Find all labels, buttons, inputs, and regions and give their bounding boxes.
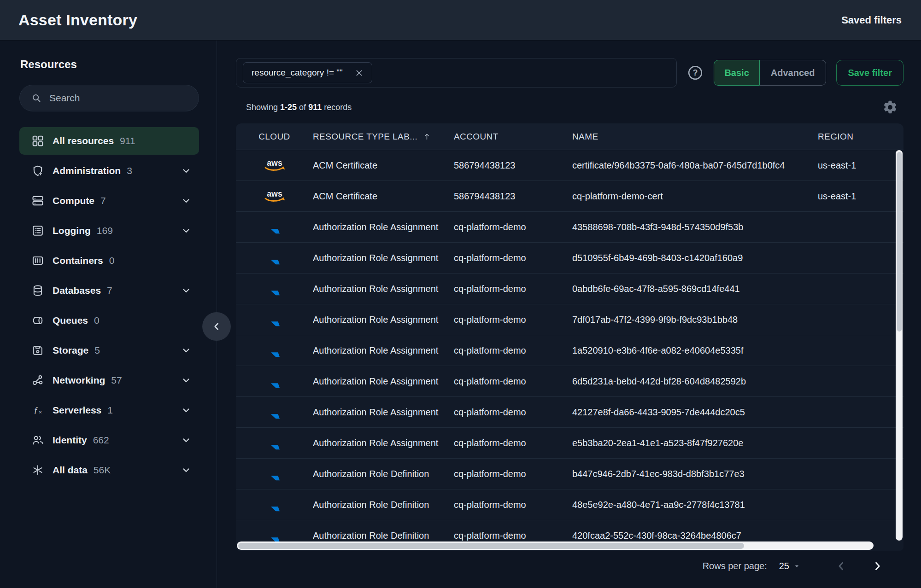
asset-inventory-app: Asset Inventory Saved filters Resources … [0, 0, 921, 588]
rows-per-page-label: Rows per page: [703, 561, 767, 571]
column-header-resource-type[interactable]: RESOURCE TYPE LAB... [313, 132, 454, 142]
table-row[interactable]: Authorization Role Assignment cq-platfor… [236, 397, 903, 428]
cell-name: 48e5e92e-a480-4e71-aa9c-2778f4c13781 [572, 500, 818, 510]
sidebar-search[interactable] [19, 85, 199, 111]
table-header-row: CLOUDRESOURCE TYPE LAB...ACCOUNTNAMEREGI… [236, 123, 903, 150]
sidebar-item-serverless[interactable]: Serverless 1 [19, 396, 199, 424]
cell-account: cq-platform-demo [454, 253, 572, 263]
rows-per-page-select[interactable]: 25 [779, 561, 800, 571]
saved-filters-button[interactable]: Saved filters [841, 14, 902, 26]
sort-ascending-icon [422, 132, 432, 141]
azure-logo [267, 404, 282, 420]
previous-page-button[interactable] [834, 559, 848, 573]
cell-cloud [236, 342, 313, 359]
column-header-region[interactable]: REGION [818, 132, 903, 142]
chevron-left-icon [211, 320, 223, 332]
sidebar-collapse-button[interactable] [202, 312, 231, 341]
sidebar-item-count: 3 [127, 165, 132, 176]
column-header-name[interactable]: NAME [572, 132, 818, 142]
table-row[interactable]: Authorization Role Assignment cq-platfor… [236, 335, 903, 366]
queue-icon [31, 314, 44, 327]
sidebar-item-count: 662 [93, 435, 109, 446]
table-row[interactable]: ACM Certificate 586794438123 cq-platform… [236, 181, 903, 212]
advanced-tab[interactable]: Advanced [760, 60, 827, 86]
cell-name: e5b3ba20-2ea1-41e1-a523-8f47f927620e [572, 438, 818, 448]
network-icon [31, 374, 44, 387]
chevron-down-icon[interactable] [181, 165, 192, 176]
sidebar-item-count: 5 [94, 345, 100, 356]
sidebar-item-databases[interactable]: Databases 7 [19, 277, 199, 304]
filter-input-area[interactable]: resource_category != "" [236, 58, 677, 87]
sidebar-item-administration[interactable]: Administration 3 [19, 157, 199, 185]
sidebar-item-count: 911 [120, 135, 135, 146]
search-input[interactable] [49, 93, 189, 104]
sidebar-item-count: 7 [107, 285, 112, 296]
chevron-down-icon[interactable] [181, 225, 192, 236]
next-page-button[interactable] [871, 559, 884, 573]
cell-account: 586794438123 [454, 191, 572, 202]
table-row[interactable]: ACM Certificate 586794438123 certificate… [236, 150, 903, 181]
table-row[interactable]: Authorization Role Assignment cq-platfor… [236, 274, 903, 304]
identity-icon [31, 434, 44, 447]
chevron-down-icon[interactable] [181, 285, 192, 296]
sidebar-item-storage[interactable]: Storage 5 [19, 337, 199, 364]
cell-name: certificate/964b3375-0af6-480a-ba07-645d… [572, 160, 818, 171]
vertical-scrollbar[interactable] [896, 150, 903, 541]
cell-resource-type: ACM Certificate [313, 191, 454, 202]
sidebar-item-compute[interactable]: Compute 7 [19, 187, 199, 215]
cell-account: cq-platform-demo [454, 469, 572, 479]
vertical-scrollbar-thumb[interactable] [897, 152, 902, 332]
column-header-account[interactable]: ACCOUNT [454, 132, 572, 142]
table-row[interactable]: Authorization Role Definition cq-platfor… [236, 459, 903, 489]
sidebar-item-containers[interactable]: Containers 0 [19, 247, 199, 274]
sidebar-item-all-resources[interactable]: All resources 911 [19, 127, 199, 155]
cell-resource-type: Authorization Role Assignment [313, 407, 454, 418]
chevron-down-icon[interactable] [181, 435, 192, 446]
save-filter-button[interactable]: Save filter [836, 60, 903, 86]
cell-account: cq-platform-demo [454, 376, 572, 387]
horizontal-scrollbar-thumb[interactable] [238, 543, 744, 549]
aws-logo [262, 158, 287, 173]
storage-icon [31, 344, 44, 357]
table-row[interactable]: Authorization Role Assignment cq-platfor… [236, 212, 903, 243]
sidebar-item-all-data[interactable]: All data 56K [19, 456, 199, 484]
cell-name: b447c946-2db7-41ec-983d-d8bf3b1c77e3 [572, 469, 818, 479]
column-header-cloud[interactable]: CLOUD [236, 132, 313, 142]
chevron-down-icon[interactable] [181, 375, 192, 386]
table-settings-button[interactable] [882, 99, 898, 115]
close-icon[interactable] [355, 69, 364, 77]
chevron-down-icon[interactable] [181, 405, 192, 416]
cell-resource-type: Authorization Role Assignment [313, 438, 454, 448]
log-list-icon [31, 224, 44, 237]
table-row[interactable]: Authorization Role Assignment cq-platfor… [236, 428, 903, 459]
sidebar-item-queues[interactable]: Queues 0 [19, 307, 199, 334]
cell-account: cq-platform-demo [454, 345, 572, 356]
help-button[interactable] [687, 64, 704, 81]
grid-icon [31, 134, 44, 147]
filter-chip[interactable]: resource_category != "" [243, 62, 372, 83]
basic-tab[interactable]: Basic [714, 60, 759, 86]
table-row[interactable]: Authorization Role Definition cq-platfor… [236, 489, 903, 520]
sidebar-item-networking[interactable]: Networking 57 [19, 367, 199, 394]
sidebar-item-label: Compute [53, 195, 94, 206]
cell-cloud [236, 158, 313, 173]
table-row[interactable]: Authorization Role Assignment cq-platfor… [236, 243, 903, 274]
cell-cloud [236, 311, 313, 328]
chevron-down-icon[interactable] [181, 465, 192, 476]
chevron-down-icon[interactable] [181, 345, 192, 356]
chevron-down-icon[interactable] [181, 195, 192, 206]
table-row[interactable]: Authorization Role Assignment cq-platfor… [236, 304, 903, 335]
table-row[interactable]: Authorization Role Assignment cq-platfor… [236, 366, 903, 397]
sidebar-item-label: Logging [53, 225, 91, 236]
sidebar-item-logging[interactable]: Logging 169 [19, 217, 199, 245]
cell-resource-type: Authorization Role Definition [313, 469, 454, 479]
horizontal-scrollbar[interactable] [237, 541, 874, 550]
cell-cloud [236, 373, 313, 390]
sidebar-item-label: Storage [53, 345, 88, 356]
cell-name: d510955f-6b49-469b-8403-c1420af160a9 [572, 253, 818, 263]
sidebar-item-identity[interactable]: Identity 662 [19, 426, 199, 454]
cell-account: 586794438123 [454, 160, 572, 171]
sidebar-item-label: All data [53, 465, 88, 476]
cell-cloud [236, 219, 313, 235]
cell-cloud [236, 189, 313, 204]
